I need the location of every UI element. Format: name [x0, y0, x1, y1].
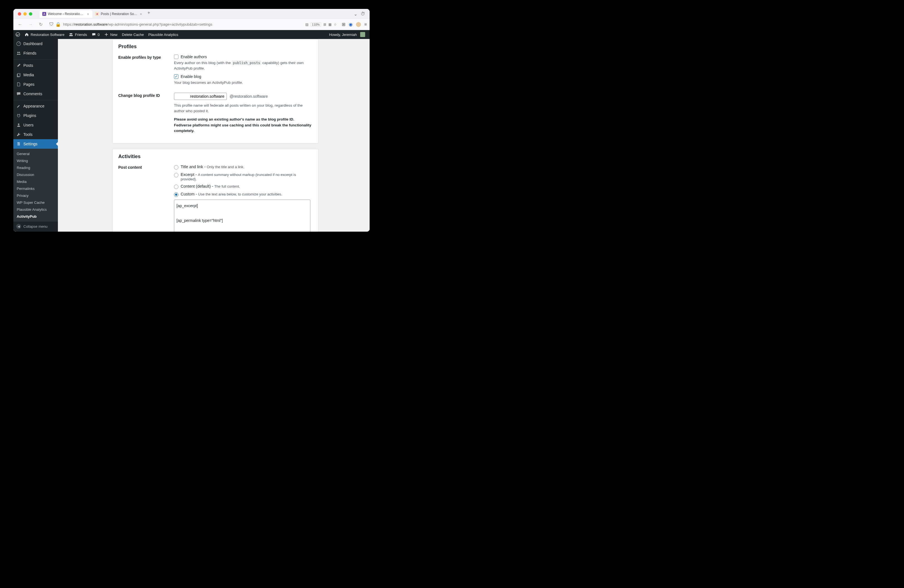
post-content-radio-2[interactable]: [174, 185, 179, 189]
media-icon: [16, 73, 21, 77]
custom-template-textarea[interactable]: [ap_excerpt] [ap_permalink type="html"] …: [174, 200, 310, 232]
admin-content: Profiles Enable profiles by type Enable …: [58, 30, 370, 232]
profiles-panel: Profiles Enable profiles by type Enable …: [112, 39, 318, 143]
lock-icon[interactable]: 🔒: [55, 22, 61, 27]
sidebar-item-friends[interactable]: Friends: [13, 49, 58, 58]
collapse-menu-button[interactable]: ◀Collapse menu: [13, 221, 58, 231]
shield-icon[interactable]: 🛡: [49, 22, 54, 27]
blog-profile-id-suffix: @restoration.software: [230, 94, 268, 98]
onepassword-icon[interactable]: ◉: [349, 22, 352, 27]
post-content-label: Post content: [118, 164, 174, 232]
friends-menu[interactable]: Friends: [66, 30, 89, 39]
sidebar-item-label: Dashboard: [24, 41, 43, 46]
browser-tab-strip: A Welcome ‹ Restoration Softwar… × ✦ Pos…: [13, 9, 370, 19]
tab-favicon-icon: ✦: [95, 12, 99, 16]
qr-icon[interactable]: ▦: [329, 22, 332, 27]
delete-cache-menu[interactable]: Delete Cache: [120, 30, 146, 39]
tools-icon: [16, 132, 21, 137]
radio-label[interactable]: Custom - Use the text area below, to cus…: [181, 192, 282, 196]
sidebar-item-comments[interactable]: Comments: [13, 89, 58, 98]
sidebar-item-posts[interactable]: Posts: [13, 61, 58, 70]
url-text: https://restoration.software/wp-admin/op…: [63, 22, 303, 27]
browser-tab[interactable]: ✦ Posts | Restoration Software (… ×: [92, 10, 145, 18]
radio-description: Use the text area below, to customize yo…: [198, 192, 282, 196]
translate-icon[interactable]: ⊞: [323, 22, 326, 27]
pages-icon: [16, 82, 21, 87]
profile-avatar-icon[interactable]: [356, 22, 361, 27]
radio-label[interactable]: Title and link - Only the title and a li…: [181, 164, 244, 169]
comments-icon: [16, 91, 21, 96]
tab-close-button[interactable]: ×: [139, 12, 142, 16]
tab-favicon-icon: A: [42, 12, 46, 16]
sidebar-item-label: Media: [24, 73, 34, 77]
extensions-icon[interactable]: ⊞: [342, 22, 345, 27]
tab-title: Welcome ‹ Restoration Softwar…: [48, 12, 85, 16]
comments-menu[interactable]: 0: [89, 30, 102, 39]
submenu-item-plausible-analytics[interactable]: Plausible Analytics: [13, 206, 58, 213]
submenu-item-general[interactable]: General: [13, 150, 58, 157]
address-bar[interactable]: 🛡 🔒 https://restoration.software/wp-admi…: [47, 22, 339, 27]
plausible-menu[interactable]: Plausible Analytics: [146, 30, 181, 39]
new-tab-button[interactable]: +: [147, 10, 150, 18]
sidebar-item-users[interactable]: Users: [13, 120, 58, 130]
tab-close-button[interactable]: ×: [86, 12, 90, 16]
radio-description: Only the title and a link.: [207, 165, 244, 169]
plus-icon: [104, 32, 109, 37]
submenu-item-writing[interactable]: Writing: [13, 157, 58, 164]
settings-submenu: GeneralWritingReadingDiscussionMediaPerm…: [13, 149, 58, 221]
enable-authors-label[interactable]: Enable authors: [181, 55, 207, 59]
back-button[interactable]: ←: [16, 21, 24, 28]
enable-blog-checkbox[interactable]: [174, 74, 179, 79]
window-minimize-button[interactable]: [24, 12, 27, 16]
alarm-icon[interactable]: ⏱: [361, 11, 365, 16]
enable-authors-checkbox[interactable]: [174, 55, 179, 59]
sidebar-item-label: Settings: [24, 142, 38, 146]
submenu-item-privacy[interactable]: Privacy: [13, 192, 58, 199]
window-close-button[interactable]: [18, 12, 21, 16]
browser-tab-active[interactable]: A Welcome ‹ Restoration Softwar… ×: [40, 10, 92, 18]
wp-logo-menu[interactable]: [13, 30, 22, 39]
forward-button[interactable]: →: [27, 21, 35, 28]
radio-label[interactable]: Excerpt - A content summary without mark…: [181, 172, 313, 181]
radio-label[interactable]: Content (default) - The full content.: [181, 184, 240, 188]
svg-rect-8: [17, 144, 20, 144]
sidebar-item-label: Friends: [24, 51, 36, 55]
submenu-item-activitypub[interactable]: ActivityPub: [13, 213, 58, 220]
site-name: Restoration Software: [31, 33, 64, 37]
admin-sidebar: DashboardFriendsPostsMediaPagesCommentsA…: [13, 30, 58, 232]
new-content-menu[interactable]: New: [102, 30, 120, 39]
submenu-item-reading[interactable]: Reading: [13, 164, 58, 171]
my-account-menu[interactable]: Howdy, Jeremiah: [327, 32, 367, 37]
bookmark-star-icon[interactable]: ☆: [334, 22, 337, 27]
tab-title: Posts | Restoration Software (…: [101, 12, 137, 16]
friends-icon: [16, 51, 21, 56]
sidebar-item-dashboard[interactable]: Dashboard: [13, 39, 58, 49]
menu-icon[interactable]: ≡: [364, 22, 367, 27]
reload-button[interactable]: ↻: [37, 21, 44, 28]
site-name-menu[interactable]: Restoration Software: [22, 30, 66, 39]
post-content-radio-3[interactable]: [174, 192, 179, 197]
sidebar-item-pages[interactable]: Pages: [13, 80, 58, 89]
blog-profile-id-input[interactable]: [174, 93, 227, 100]
sidebar-item-appearance[interactable]: Appearance: [13, 101, 58, 111]
tabs-dropdown-icon[interactable]: ⌄: [354, 11, 357, 17]
posts-icon: [16, 63, 21, 68]
sidebar-item-plugins[interactable]: Plugins: [13, 111, 58, 120]
zoom-indicator[interactable]: 110%: [311, 22, 321, 27]
enable-blog-label[interactable]: Enable blog: [181, 74, 201, 79]
submenu-item-permalinks[interactable]: Permalinks: [13, 185, 58, 192]
reader-mode-icon[interactable]: ▤: [305, 22, 308, 27]
svg-rect-10: [18, 142, 18, 144]
sidebar-item-tools[interactable]: Tools: [13, 130, 58, 139]
submenu-item-wp-super-cache[interactable]: WP Super Cache: [13, 199, 58, 206]
submenu-item-media[interactable]: Media: [13, 178, 58, 185]
profiles-heading: Profiles: [118, 44, 313, 49]
sidebar-item-media[interactable]: Media: [13, 70, 58, 80]
browser-toolbar: ← → ↻ 🛡 🔒 https://restoration.software/w…: [13, 19, 370, 30]
post-content-radio-0[interactable]: [174, 165, 179, 169]
sidebar-item-settings[interactable]: Settings: [13, 139, 58, 149]
submenu-item-discussion[interactable]: Discussion: [13, 171, 58, 178]
post-content-radio-1[interactable]: [174, 173, 179, 177]
window-zoom-button[interactable]: [29, 12, 32, 16]
collapse-icon: ◀: [16, 224, 21, 229]
